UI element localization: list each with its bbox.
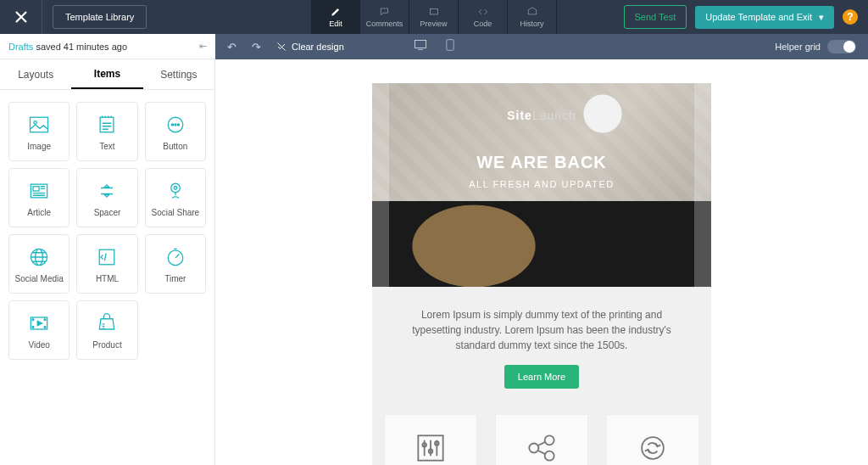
canvas[interactable]: SiteLaunch WE ARE BACK ALL FRESH AND UPD… (215, 59, 868, 465)
history-icon (526, 6, 538, 18)
desktop-icon (414, 39, 427, 51)
svg-point-28 (529, 444, 538, 453)
edit-icon (330, 6, 342, 18)
svg-point-9 (177, 123, 179, 125)
svg-point-22 (44, 326, 46, 328)
svg-point-20 (32, 326, 34, 328)
body-text[interactable]: Lorem Ipsum is simply dummy text of the … (372, 287, 711, 365)
tab-layouts[interactable]: Layouts (0, 59, 71, 89)
item-image[interactable]: Image (8, 102, 70, 161)
html-icon (95, 245, 119, 269)
item-article[interactable]: Article (8, 168, 70, 227)
spacer-icon (95, 179, 119, 203)
redo-button[interactable]: ↷ (252, 41, 261, 53)
mobile-icon (446, 39, 454, 51)
topbar-right: Send Test Update Template and Exit▾ ? (624, 5, 869, 29)
email-template[interactable]: SiteLaunch WE ARE BACK ALL FRESH AND UPD… (372, 83, 711, 465)
product-icon (95, 311, 119, 335)
item-label: Text (99, 142, 114, 151)
feature-icons-row[interactable] (372, 406, 711, 465)
cta-button[interactable]: Learn More (504, 365, 579, 389)
feature-box-2[interactable] (495, 414, 588, 465)
svg-rect-0 (430, 9, 437, 14)
article-icon (27, 179, 51, 203)
svg-rect-3 (31, 117, 48, 132)
topbar-tabs: Edit Comments Preview Code History (311, 0, 557, 34)
hero-title: WE ARE BACK (476, 153, 607, 172)
template-library-button[interactable]: Template Library (53, 5, 147, 29)
clear-icon (276, 42, 287, 52)
feature-box-3[interactable] (606, 414, 699, 465)
feature-box-1[interactable] (384, 414, 477, 465)
item-label: Button (163, 142, 187, 151)
tab-edit[interactable]: Edit (311, 0, 360, 34)
item-spacer[interactable]: Spacer (76, 168, 137, 227)
tab-code[interactable]: Code (459, 0, 508, 34)
item-social-share[interactable]: Social Share (145, 168, 206, 227)
tab-preview[interactable]: Preview (409, 0, 459, 34)
preview-icon (428, 6, 440, 18)
helper-grid-toggle[interactable] (827, 40, 856, 53)
item-html[interactable]: HTML (76, 234, 137, 294)
item-button[interactable]: Button (145, 102, 206, 161)
clear-design-button[interactable]: Clear design (276, 42, 344, 52)
close-icon (14, 9, 29, 25)
svg-point-30 (642, 437, 664, 459)
svg-point-29 (545, 451, 554, 461)
drafts-label: Drafts (8, 42, 33, 52)
item-label: Spacer (94, 208, 121, 217)
update-template-label: Update Template and Exit (705, 12, 812, 22)
item-video[interactable]: Video (8, 300, 70, 360)
item-timer[interactable]: Timer (145, 234, 206, 294)
svg-rect-2 (447, 40, 453, 51)
item-label: HTML (96, 274, 119, 283)
saved-time: saved 41 minutes ago (33, 42, 127, 52)
sidebar-tabs: Layouts Items Settings (0, 59, 214, 90)
clear-design-label: Clear design (292, 42, 344, 52)
svg-point-4 (34, 120, 37, 124)
svg-point-8 (175, 123, 176, 125)
items-grid: Image Text Button Article Spacer Social … (0, 90, 214, 372)
undo-button[interactable]: ↶ (227, 41, 236, 53)
tab-comments[interactable]: Comments (360, 0, 409, 34)
hero-section[interactable]: SiteLaunch WE ARE BACK ALL FRESH AND UPD… (372, 83, 711, 287)
sidebar: Layouts Items Settings Image Text Button… (0, 59, 215, 465)
item-text[interactable]: Text (76, 102, 137, 161)
tab-items[interactable]: Items (71, 59, 142, 89)
tab-settings[interactable]: Settings (143, 59, 214, 89)
tab-history[interactable]: History (508, 0, 557, 34)
topbar: Template Library Edit Comments Preview C… (0, 0, 868, 34)
item-social-media[interactable]: Social Media (8, 234, 70, 294)
svg-rect-11 (33, 186, 39, 190)
svg-point-19 (32, 318, 34, 320)
mobile-device-button[interactable] (446, 39, 454, 54)
svg-rect-1 (415, 41, 426, 48)
desktop-device-button[interactable] (414, 39, 427, 54)
text-icon (95, 113, 119, 137)
helper-grid-control: Helper grid (775, 40, 856, 53)
tab-preview-label: Preview (420, 20, 447, 28)
send-test-button[interactable]: Send Test (624, 5, 687, 29)
item-product[interactable]: Product (76, 300, 137, 360)
item-label: Video (28, 340, 49, 350)
svg-point-7 (171, 123, 173, 125)
help-button[interactable]: ? (843, 9, 858, 25)
update-template-button[interactable]: Update Template and Exit▾ (695, 6, 834, 29)
tab-comments-label: Comments (366, 20, 403, 28)
svg-point-12 (171, 183, 181, 193)
tab-history-label: History (520, 20, 543, 28)
item-label: Article (27, 208, 51, 217)
close-button[interactable] (0, 0, 42, 34)
button-icon (164, 113, 187, 137)
image-icon (27, 113, 51, 137)
social-share-icon (164, 179, 187, 203)
brand-logo: SiteLaunch (507, 109, 576, 122)
item-label: Image (27, 142, 51, 151)
code-icon (477, 6, 489, 18)
hero-subtitle: ALL FRESH AND UPDATED (469, 179, 614, 189)
collapse-sidebar-button[interactable]: ⇤ (199, 41, 207, 52)
share-icon (523, 429, 560, 465)
video-icon (27, 311, 51, 335)
svg-rect-5 (101, 117, 114, 132)
svg-point-13 (174, 186, 177, 189)
